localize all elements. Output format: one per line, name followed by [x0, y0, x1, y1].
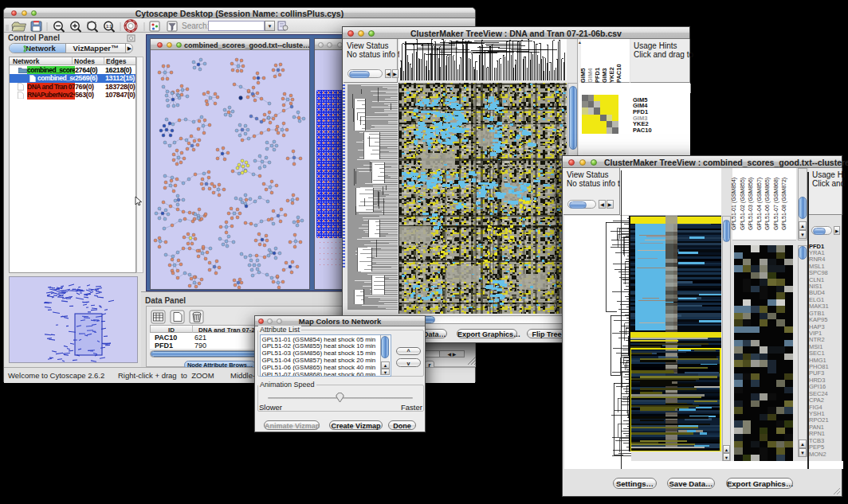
svg-text:1:1: 1:1: [106, 24, 112, 29]
